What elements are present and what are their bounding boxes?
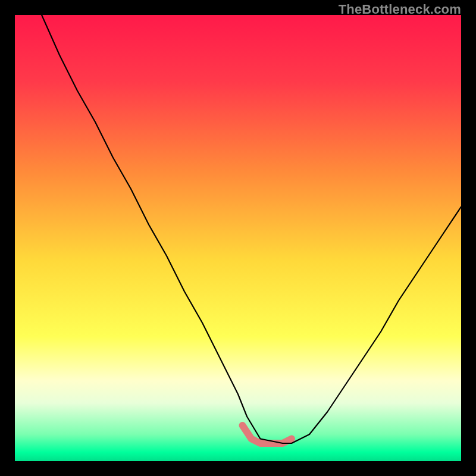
bottleneck-chart [15,15,461,461]
chart-frame: TheBottleneck.com [0,0,476,476]
watermark-text: TheBottleneck.com [339,2,461,17]
